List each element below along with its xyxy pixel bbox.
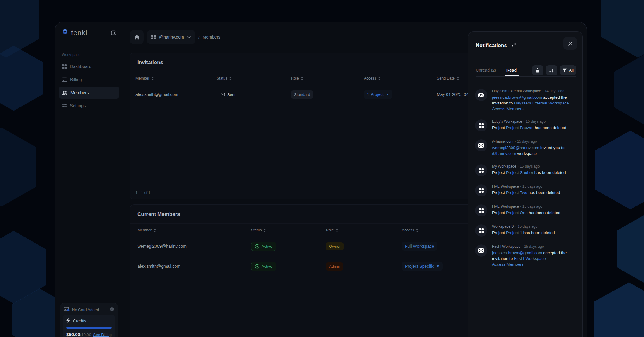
sidebar-item-billing[interactable]: Billing: [59, 73, 119, 86]
close-button[interactable]: [564, 37, 577, 50]
access-value[interactable]: Full Workspace: [402, 242, 437, 251]
no-card-label: No Card Added: [72, 308, 99, 312]
billing-card: No Card Added Credits $50.00 /10.00 S: [60, 303, 118, 337]
notification-item[interactable]: @harinv.com·15 days agowemegi2309@harinv…: [475, 135, 576, 160]
grid-icon: [62, 64, 67, 69]
breadcrumb-separator: /: [198, 35, 200, 40]
check-circle-icon: [255, 264, 259, 269]
sort-arrows-icon: [153, 228, 156, 232]
column-header-status[interactable]: Status: [251, 224, 266, 237]
notification-item[interactable]: Workspace D·15 days agoProject Project 1…: [475, 220, 576, 240]
filter-all-button[interactable]: All: [560, 65, 576, 75]
sidebar-item-label: Members: [70, 90, 89, 95]
notification-item[interactable]: Hayssem External Workspace·14 days agoje…: [475, 85, 576, 115]
invitation-member-email: alex.smith@gmail.com: [135, 92, 178, 97]
column-header-send-date[interactable]: Send Date: [437, 72, 459, 85]
role-badge: Standard: [291, 90, 313, 99]
sidebar-nav: DashboardBillingMembersSettings: [59, 60, 119, 113]
send-date: May 01 2025, 04:: [437, 92, 470, 97]
sidebar-item-members[interactable]: Members: [59, 87, 119, 99]
notification-item[interactable]: Eddy's Workspace·15 days agoProject Proj…: [475, 115, 576, 135]
notification-workspace: First I Workspace: [492, 244, 520, 249]
column-header-member[interactable]: Member: [138, 224, 156, 237]
notification-item[interactable]: My Workspace·15 days agoProject Project …: [475, 160, 576, 180]
breadcrumb-page: Members: [203, 35, 220, 39]
envelope-icon: [478, 93, 484, 97]
notification-time: 15 days ago: [522, 184, 542, 189]
filter-all-label: All: [569, 68, 574, 73]
users-icon: [62, 90, 67, 95]
notification-avatar: [475, 139, 487, 151]
notification-time: 15 days ago: [518, 224, 537, 229]
notification-item[interactable]: HVE Workspace·15 days agoProject Project…: [475, 180, 576, 200]
notification-settings-icon[interactable]: [511, 43, 516, 48]
notification-text: Project Project Fauzan has been deleted: [492, 125, 576, 131]
filter-icon: [563, 68, 567, 72]
sliders-icon: [62, 104, 67, 108]
access-members-link[interactable]: Access Members: [492, 262, 524, 267]
column-header-access[interactable]: Access: [402, 224, 419, 237]
invitations-pagination: 1 - 1 of 1: [135, 191, 150, 195]
column-header-access[interactable]: Access: [364, 72, 381, 85]
sort-arrows-icon: [263, 228, 266, 232]
app-logo: tenki: [61, 28, 117, 37]
tab-unread[interactable]: Unread (2): [476, 68, 496, 73]
notification-avatar: [475, 119, 487, 131]
sort-notifications-button[interactable]: [546, 65, 557, 75]
check-circle-icon: [255, 244, 259, 249]
notification-time: 15 days ago: [526, 119, 546, 124]
card-icon: [64, 307, 70, 312]
status-badge: Active: [251, 262, 276, 271]
member-email: alex.smith@gmail.com: [138, 264, 180, 269]
credits-progress-bar: [66, 327, 112, 329]
home-button[interactable]: [130, 30, 144, 44]
notification-time: 15 days ago: [522, 204, 542, 209]
notification-item[interactable]: HVE Workspace·15 days agoProject Project…: [475, 200, 576, 220]
tab-read[interactable]: Read: [506, 68, 517, 73]
grid-icon: [479, 208, 484, 213]
notifications-title: Notifications: [476, 43, 507, 49]
dropdown-triangle-icon: [436, 265, 440, 267]
column-header-status[interactable]: Status: [217, 72, 232, 85]
envelope-icon: [221, 93, 225, 96]
grid-icon: [479, 228, 484, 233]
sort-icon: [549, 68, 554, 73]
access-dropdown[interactable]: 1 Project: [364, 90, 392, 99]
delete-notifications-button[interactable]: [532, 65, 543, 75]
info-icon[interactable]: [110, 307, 114, 312]
sidebar-collapse-icon[interactable]: [110, 30, 117, 36]
envelope-icon: [478, 143, 484, 148]
notification-avatar: [475, 89, 487, 101]
workspace-switcher[interactable]: @harinv.com: [147, 30, 195, 44]
dropdown-triangle-icon: [386, 93, 389, 96]
close-icon: [568, 41, 573, 46]
access-dropdown[interactable]: Project Specific: [402, 262, 443, 271]
column-header-role[interactable]: Role: [326, 224, 338, 237]
notification-text: jeessica.brown@gmail.com accepted the in…: [492, 94, 576, 106]
notification-workspace: Workspace D: [492, 224, 514, 229]
sidebar-item-dashboard[interactable]: Dashboard: [59, 60, 119, 73]
notifications-tabs: Unread (2) Read All: [476, 64, 576, 77]
sort-arrows-icon: [151, 77, 154, 80]
notification-avatar: [475, 244, 487, 257]
grid-icon: [479, 188, 484, 193]
logo-cube-icon: [61, 28, 69, 37]
access-members-link[interactable]: Access Members: [492, 107, 524, 111]
column-header-role[interactable]: Role: [291, 72, 303, 85]
notification-workspace: @harinv.com: [492, 139, 513, 144]
breadcrumb: @harinv.com / Members: [130, 30, 220, 44]
sidebar-item-settings[interactable]: Settings: [59, 100, 119, 112]
notification-text: wemegi2309@harinv.com invited you to @ha…: [492, 145, 576, 156]
envelope-icon: [478, 248, 484, 253]
column-header-member[interactable]: Member: [135, 72, 154, 85]
sort-arrows-icon: [229, 77, 232, 80]
notification-item[interactable]: First I Workspace·15 days agojeessica.br…: [475, 240, 576, 271]
invitations-title: Invitations: [137, 60, 163, 66]
see-billing-link[interactable]: See Billing: [93, 332, 112, 337]
credits-box: Credits $50.00 /10.00 See Billing: [63, 315, 115, 337]
role-badge: Owner: [326, 242, 344, 250]
sidebar: tenki Workspace DashboardBillingMembersS…: [55, 22, 123, 337]
notification-text: Project Project One has been deleted: [492, 210, 576, 216]
bolt-icon: [66, 318, 70, 324]
card-icon: [62, 77, 67, 82]
